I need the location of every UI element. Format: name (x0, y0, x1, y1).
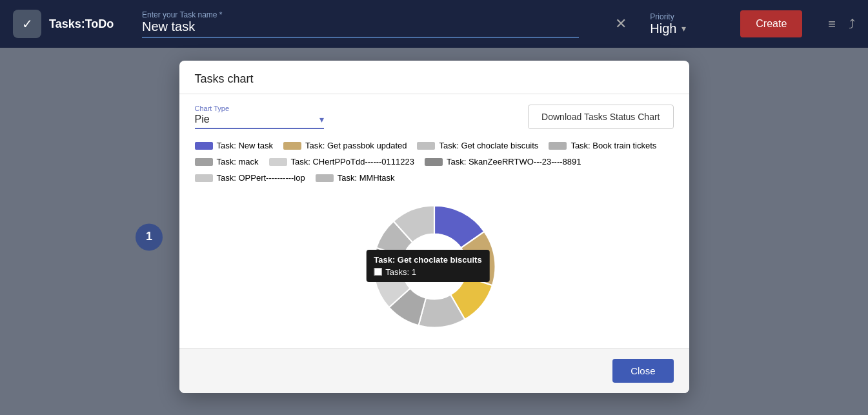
legend-item: Task: CHertPPoTdd------0111223 (269, 157, 414, 167)
legend-color-swatch (425, 158, 443, 166)
legend-color-swatch (417, 142, 435, 150)
legend-item: Task: New task (195, 141, 273, 150)
create-button[interactable]: Create (740, 10, 802, 37)
pie-chart-svg (367, 199, 502, 334)
chart-type-arrow-icon: ▾ (319, 114, 324, 125)
priority-area: Priority High ▾ (650, 12, 727, 36)
legend-color-swatch (195, 142, 213, 150)
task-close-icon[interactable]: ✕ (605, 15, 637, 32)
navbar: ✓ Tasks:ToDo Enter your Task name * New … (0, 0, 868, 48)
menu-icon[interactable]: ≡ (828, 17, 836, 32)
task-input-label: Enter your Task name * (142, 10, 579, 19)
legend-color-swatch (316, 174, 334, 182)
close-button[interactable]: Close (612, 359, 673, 383)
logo-icon: ✓ (13, 10, 41, 38)
legend-color-swatch (283, 142, 301, 150)
legend-label: Task: MMHtask (338, 173, 395, 183)
legend-item: Task: Book train tickets (549, 141, 656, 150)
nav-icons: ≡ ⤴ (815, 17, 855, 32)
legend-item: Task: mack (195, 157, 259, 167)
modal-body: Chart Type Pie ▾ Download Tasks Status C… (179, 94, 689, 348)
chart-legend: Task: New taskTask: Get passbok updatedT… (195, 141, 674, 185)
legend-label: Task: mack (217, 157, 259, 167)
legend-label: Task: Get choclate biscuits (439, 141, 538, 150)
chart-type-value-row: Pie ▾ (195, 112, 324, 129)
legend-label: Task: New task (217, 141, 273, 150)
task-input-value[interactable]: New task (142, 19, 579, 34)
priority-label: Priority (650, 12, 727, 21)
legend-color-swatch (195, 158, 213, 166)
legend-label: Task: CHertPPoTdd------0111223 (291, 157, 414, 167)
legend-label: Task: OPPert----------iop (217, 173, 305, 183)
legend-label: Task: Book train tickets (570, 141, 656, 150)
download-button[interactable]: Download Tasks Status Chart (528, 105, 673, 129)
trend-icon[interactable]: ⤴ (849, 17, 855, 32)
legend-item: Task: SkanZeeRRTWO---23----8891 (425, 157, 581, 167)
background-area: 1 Tasks chart Chart Type Pie ▾ Download … (0, 48, 868, 415)
priority-value: High (650, 21, 676, 36)
legend-label: Task: SkanZeeRRTWO---23----8891 (447, 157, 581, 167)
chart-type-value: Pie (195, 114, 210, 125)
chart-type-select[interactable]: Chart Type Pie ▾ (195, 105, 324, 129)
pie-chart-area: Task: Get choclate biscuits Tasks: 1 (195, 196, 674, 338)
chart-type-label: Chart Type (195, 105, 324, 112)
legend-item: Task: OPPert----------iop (195, 173, 305, 183)
legend-color-swatch (549, 142, 567, 150)
modal-header: Tasks chart (179, 61, 689, 94)
legend-label: Task: Get passbok updated (305, 141, 407, 150)
priority-dropdown-icon[interactable]: ▾ (681, 23, 686, 34)
app-title: Tasks:ToDo (49, 17, 114, 31)
modal-footer: Close (179, 348, 689, 393)
legend-item: Task: MMHtask (316, 173, 395, 183)
side-badge: 1 (136, 223, 163, 250)
chart-controls: Chart Type Pie ▾ Download Tasks Status C… (195, 105, 674, 129)
modal-title: Tasks chart (195, 72, 254, 85)
legend-color-swatch (269, 158, 287, 166)
legend-color-swatch (195, 174, 213, 182)
logo-area: ✓ Tasks:ToDo (13, 10, 116, 38)
task-input-area: Enter your Task name * New task (142, 10, 579, 38)
priority-value-row: High ▾ (650, 21, 727, 36)
legend-item: Task: Get passbok updated (283, 141, 407, 150)
tasks-chart-modal: Tasks chart Chart Type Pie ▾ Download Ta… (179, 61, 689, 393)
legend-item: Task: Get choclate biscuits (417, 141, 538, 150)
